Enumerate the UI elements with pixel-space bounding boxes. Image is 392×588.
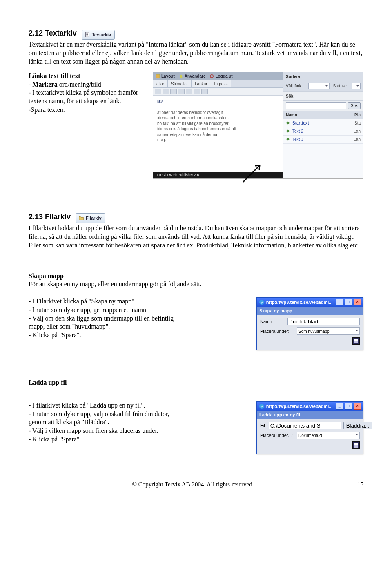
tab-lankar[interactable]: Länkar [192, 80, 211, 87]
section-filarkiv: 2.13 Filarkiv Filarkiv I filarkivet ladd… [29, 212, 363, 454]
lanka-head: Länka text till text [29, 72, 80, 79]
badge-filarkiv-label: Filarkiv [86, 215, 102, 221]
copyright: © Copyright Tervix AB 2004. All rights r… [132, 481, 254, 489]
fil-input[interactable] [269, 422, 341, 429]
badge-textarkiv: Textarkiv [82, 30, 115, 40]
place-label: Placera under: [260, 328, 294, 334]
maximize-button[interactable]: □ [345, 403, 352, 410]
lanka-step-3: -Spara texten. [29, 106, 65, 113]
editor-toolbar: Layout Användare Logga ut [153, 72, 283, 80]
ladda-step-3: - Välj i vilken mapp som filen ska place… [29, 427, 158, 434]
name-label: Namn: [260, 318, 285, 324]
tab-allar[interactable]: allar [153, 80, 168, 87]
tab-ingress[interactable]: Ingress [211, 80, 232, 87]
place-dropdown[interactable]: Som huvudmapp [297, 327, 360, 335]
page-footer: © Copyright Tervix AB 2004. All rights r… [29, 479, 363, 489]
close-button[interactable]: × [354, 403, 361, 410]
ladda-step-4: - Klicka på "Spara" [29, 436, 80, 443]
win-titlebar[interactable]: http://twp3.tervix.se/webadmi... _ □ × [257, 298, 363, 307]
win-url: http://twp3.tervix.se/webadmi... [266, 299, 333, 305]
svg-rect-4 [156, 74, 160, 78]
body-question: la? [157, 99, 279, 105]
skapa-step-3: - Välj om den ska ligga som undermapp ti… [29, 315, 174, 330]
users-tab[interactable]: Användare [179, 74, 206, 79]
lanka-step-1: - Markera ord/mening/bild [29, 81, 101, 88]
editor-footer: n Tervix Web Publisher 2.0 [153, 172, 283, 178]
badge-textarkiv-label: Textarkiv [92, 32, 111, 38]
browse-button[interactable]: Bläddra... [343, 422, 372, 429]
editor-screenshot: Layout Användare Logga ut allar Stilmall… [153, 72, 363, 184]
status-label: Status :. [333, 83, 348, 89]
link-icon [286, 137, 290, 141]
filarkiv-intro: I filarkivet laddar du upp de filer som … [29, 224, 363, 249]
save-icon-2[interactable] [352, 441, 360, 449]
ladda-steps: - I filarkivet klicka på "Ladda upp en n… [29, 401, 176, 444]
place-label-2: Placera under...: [260, 432, 294, 438]
save-icon[interactable] [352, 337, 360, 345]
minimize-button[interactable]: _ [336, 403, 343, 410]
minimize-button[interactable]: _ [336, 299, 343, 305]
ladda-head: Ladda upp fil [29, 379, 363, 387]
link-icon [286, 129, 290, 133]
list-row-2[interactable]: Text 2 Lan [283, 127, 363, 136]
svg-rect-1 [86, 33, 88, 33]
textarkiv-steps: Länka text till text - Markera ord/menin… [29, 72, 147, 114]
name-input[interactable] [287, 318, 360, 325]
svg-point-5 [180, 75, 182, 76]
skapa-step-2: - I rutan som dyker upp, ge mappen ett n… [29, 306, 148, 313]
skapa-mapp-head: Skapa mapp [29, 272, 64, 279]
link-icon [286, 121, 290, 125]
win-titlebar-2[interactable]: http://twp3.tervix.se/webadmi... _ □ × [257, 402, 363, 411]
logout-tab[interactable]: Logga ut [209, 74, 232, 79]
svg-point-10 [287, 138, 290, 141]
svg-point-7 [210, 75, 213, 78]
place-dropdown-2[interactable]: Dokument(2) [297, 432, 360, 439]
maximize-button[interactable]: □ [345, 299, 352, 305]
body-text: ationer har deras hemsidor övertagit xte… [157, 110, 279, 143]
document-icon [85, 32, 90, 38]
page-number: 15 [357, 481, 363, 489]
win-url-2: http://twp3.tervix.se/webadmi... [266, 403, 333, 409]
format-bar [153, 88, 283, 96]
heading-filarkiv: 2.13 Filarkiv [29, 212, 71, 222]
skapa-step-1: - I Filarkivet klicka på "Skapa ny mapp"… [29, 298, 136, 305]
svg-rect-6 [180, 76, 183, 78]
editor-subtabs: allar Stilmallar Länkar Ingress [153, 80, 283, 88]
svg-point-8 [287, 122, 290, 125]
sok-input[interactable] [286, 102, 346, 109]
sok-button[interactable]: Sök [348, 102, 361, 109]
lanka-step-2: - I textarkivet klicka på symbolen framf… [29, 89, 138, 105]
dialog-new-folder: http://twp3.tervix.se/webadmi... _ □ × S… [256, 297, 363, 350]
ladda-step-1: - I filarkivet klicka på "Ladda upp en n… [29, 402, 145, 409]
tab-stilmallar[interactable]: Stilmallar [168, 80, 192, 87]
valj-lank-label: Välj länk :. [286, 83, 305, 89]
editor-body[interactable]: la? ationer har deras hemsidor övertagit… [153, 96, 283, 172]
sok-label: Sök [286, 94, 293, 99]
col-pla: Pla [354, 112, 361, 118]
col-namn: Namn [286, 112, 297, 118]
ie-icon [259, 299, 265, 305]
dialog-subtitle: Skapa ny mapp [257, 307, 363, 315]
skapa-step-4: - Klicka på "Spara". [29, 332, 81, 339]
ladda-step-2: - I rutan som dyker upp, välj önskad fil… [29, 410, 169, 426]
sortera-label: Sortera [286, 74, 300, 79]
upload-subtitle: Ladda upp en ny fil [257, 411, 363, 419]
status-dropdown[interactable] [352, 83, 361, 89]
valj-lank-dropdown[interactable] [308, 83, 330, 89]
badge-filarkiv: Filarkiv [76, 213, 105, 223]
svg-point-9 [287, 130, 290, 133]
list-row-1[interactable]: Starttext Sta [283, 119, 363, 127]
layout-tab[interactable]: Layout [156, 74, 175, 79]
heading-textarkiv: 2.12 Textarkiv [29, 29, 77, 38]
section-textarkiv: 2.12 Textarkiv Textarkiv Textarkivet är … [29, 29, 363, 184]
skapa-steps: - I Filarkivet klicka på "Skapa ny mapp"… [29, 297, 176, 340]
textarkiv-intro: Textarkivet är en mer överskådlig varian… [29, 40, 363, 66]
list-row-3[interactable]: Text 3 Lan [283, 136, 363, 144]
ie-icon [259, 403, 265, 409]
close-button[interactable]: × [354, 299, 361, 305]
folder-icon [78, 215, 84, 221]
fil-label: Fil: [260, 423, 266, 428]
skapa-mapp-p: För att skapa en ny mapp, eller en under… [29, 281, 202, 287]
svg-rect-2 [86, 34, 88, 35]
svg-rect-3 [86, 35, 88, 36]
